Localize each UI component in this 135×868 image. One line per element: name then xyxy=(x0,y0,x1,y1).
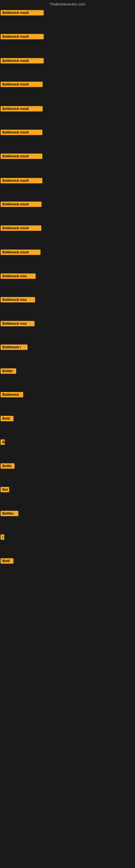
bottleneck-bar-1[interactable]: Bottleneck result xyxy=(1,10,44,17)
bottleneck-bar-11[interactable]: Bottleneck result xyxy=(1,250,41,256)
bottleneck-bar-6[interactable]: Bottleneck result xyxy=(1,130,42,136)
bar-label-23: I xyxy=(1,534,4,540)
bottleneck-bar-12[interactable]: Bottleneck resu xyxy=(1,273,36,280)
bottleneck-bar-14[interactable]: Bottleneck resu xyxy=(1,321,35,328)
bottleneck-bar-15[interactable]: Bottleneck r xyxy=(1,344,28,351)
bottleneck-bar-2[interactable]: Bottleneck result xyxy=(1,34,44,40)
bottleneck-bar-3[interactable]: Bottleneck result xyxy=(1,58,44,65)
bar-label-9: Bottleneck result xyxy=(1,202,42,207)
bottleneck-bar-21[interactable]: Bot xyxy=(1,487,9,493)
bar-label-3: Bottleneck result xyxy=(1,58,44,63)
bottleneck-bar-20[interactable]: Bottle xyxy=(1,463,14,470)
bars-container: Bottleneck resultBottleneck resultBottle… xyxy=(0,7,135,868)
bottleneck-bar-22[interactable]: Bottlen xyxy=(1,511,18,517)
bar-label-21: Bot xyxy=(1,487,9,492)
bottleneck-bar-4[interactable]: Bottleneck result xyxy=(1,82,43,88)
bar-label-17: Bottleneck xyxy=(1,392,23,397)
bar-label-6: Bottleneck result xyxy=(1,130,42,135)
bar-label-13: Bottleneck resu xyxy=(1,297,35,303)
bottleneck-bar-13[interactable]: Bottleneck resu xyxy=(1,297,35,304)
bottleneck-bar-9[interactable]: Bottleneck result xyxy=(1,202,42,208)
bottleneck-bar-10[interactable]: Bottleneck result xyxy=(1,225,41,232)
bar-label-20: Bottle xyxy=(1,463,14,469)
bar-label-10: Bottleneck result xyxy=(1,225,41,231)
bottleneck-bar-19[interactable]: B xyxy=(1,439,5,446)
bar-label-16: Bottler xyxy=(1,368,16,374)
bottleneck-bar-24[interactable]: Bottl xyxy=(1,558,13,565)
bar-label-1: Bottleneck result xyxy=(1,10,44,16)
bar-label-22: Bottlen xyxy=(1,511,18,516)
bottleneck-bar-16[interactable]: Bottler xyxy=(1,368,16,375)
bar-label-14: Bottleneck resu xyxy=(1,321,35,326)
bar-label-4: Bottleneck result xyxy=(1,82,43,87)
bottleneck-bar-18[interactable]: Bottl xyxy=(1,416,13,422)
bar-label-18: Bottl xyxy=(1,416,13,421)
bar-label-5: Bottleneck result xyxy=(1,106,43,112)
site-title: TheBottlenecker.com xyxy=(50,2,85,6)
bar-label-11: Bottleneck result xyxy=(1,250,41,255)
bar-label-7: Bottleneck result xyxy=(1,154,42,159)
bottleneck-bar-7[interactable]: Bottleneck result xyxy=(1,154,42,160)
bottleneck-bar-17[interactable]: Bottleneck xyxy=(1,392,23,399)
bar-label-8: Bottleneck result xyxy=(1,178,42,183)
bottleneck-bar-23[interactable]: I xyxy=(1,534,4,541)
bottleneck-bar-8[interactable]: Bottleneck result xyxy=(1,178,42,184)
bottleneck-bar-5[interactable]: Bottleneck result xyxy=(1,106,43,113)
bar-label-15: Bottleneck r xyxy=(1,344,28,350)
bar-label-2: Bottleneck result xyxy=(1,34,44,39)
bar-label-12: Bottleneck resu xyxy=(1,273,36,279)
bar-label-24: Bottl xyxy=(1,558,13,564)
bar-label-19: B xyxy=(1,439,5,445)
site-header: TheBottlenecker.com xyxy=(0,0,135,7)
